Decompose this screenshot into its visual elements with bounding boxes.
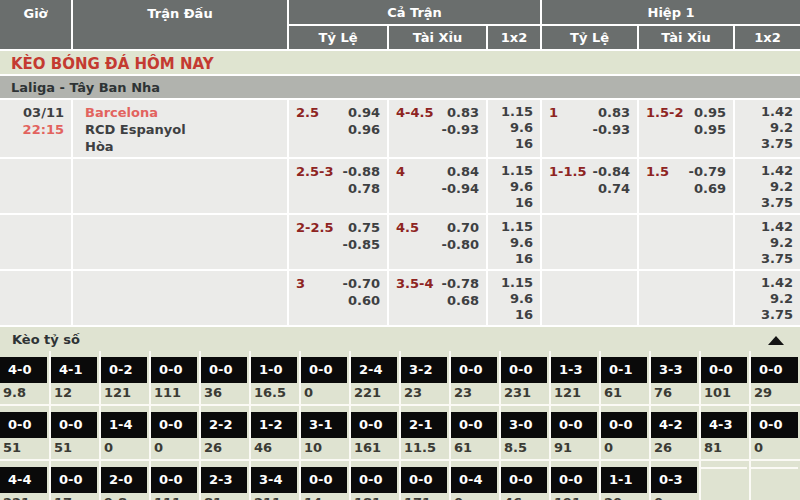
col-header-match: Trận Đấu <box>72 0 288 50</box>
odds-table: 03/1122:15BarcelonaRCD EspanyolHòa2.50.9… <box>0 100 800 327</box>
odds-value: 0.74 <box>593 180 630 197</box>
odds-value: 3.75 <box>742 195 793 211</box>
score-cell: 0-0 <box>501 467 547 493</box>
odds-value: 0.75 <box>343 219 380 236</box>
score-cell: 0-0 <box>301 357 347 383</box>
score-value: 0 <box>100 438 150 460</box>
handicap-value: 1.5 <box>646 163 669 180</box>
odds-cell: 4.50.70-0.80 <box>388 214 487 270</box>
away-team[interactable]: RCD Espanyol <box>85 121 280 138</box>
match-date: 03/11 <box>7 104 64 121</box>
handicap-value: 2.5 <box>296 104 319 121</box>
odds-cell <box>638 270 734 326</box>
score-cell: 1-0 <box>251 357 297 383</box>
score-value <box>700 493 750 500</box>
odds-value: 16 <box>495 195 533 211</box>
score-cell: 2-2 <box>201 412 247 438</box>
col-header-ft-overunder: Tài Xỉu <box>388 25 487 50</box>
score-cell: 0-1 <box>601 357 647 383</box>
score-value: 91 <box>550 438 600 460</box>
score-cell: 2-0 <box>101 467 147 493</box>
odds-value: -0.70 <box>343 275 380 292</box>
handicap-value: 1 <box>549 104 558 121</box>
odds-value: -0.80 <box>442 236 479 253</box>
1x2-cell: 1.429.23.75 <box>734 158 800 214</box>
score-cell: 4-2 <box>651 412 697 438</box>
score-cell: 0-4 <box>451 467 497 493</box>
score-cell: 4-3 <box>701 412 747 438</box>
home-team[interactable]: Barcelona <box>85 104 280 121</box>
odds-value: 0.69 <box>689 180 726 197</box>
odds-value: 1.15 <box>495 275 533 291</box>
score-cell: 4-4 <box>0 467 47 493</box>
odds-value: -0.93 <box>593 121 630 138</box>
score-cell: 0-0 <box>201 357 247 383</box>
correct-score-grid: 4-04-10-20-00-01-00-02-43-20-00-01-30-13… <box>0 351 800 500</box>
odds-cell: 2.5-3-0.880.78 <box>288 158 388 214</box>
odds-value: 3.75 <box>742 136 793 152</box>
odds-value: 0.68 <box>442 292 479 309</box>
handicap-value: 4 <box>396 163 405 180</box>
odds-value: 1.42 <box>742 104 793 120</box>
odds-table-header: Giờ Trận Đấu Cả Trận Hiệp 1 Tỷ Lệ Tài Xỉ… <box>0 0 800 51</box>
score-value-row: 9.8121211113616.502212323231121617610129 <box>0 383 800 405</box>
odds-value: 9.6 <box>495 291 533 307</box>
score-cell: 3-2 <box>401 357 447 383</box>
odds-value: -0.84 <box>593 163 630 180</box>
score-value: 0 <box>650 493 700 500</box>
odds-value: 1.15 <box>495 163 533 179</box>
score-value: 46 <box>500 493 550 500</box>
odds-value: 16 <box>495 251 533 267</box>
col-header-ft-1x2: 1x2 <box>487 25 541 50</box>
handicap-value: 2-2.5 <box>296 219 333 236</box>
score-value: 26 <box>200 438 250 460</box>
odds-value: 0.96 <box>348 121 380 138</box>
score-value: 46 <box>250 438 300 460</box>
score-cell: 0-0 <box>351 412 397 438</box>
score-value: 171 <box>400 493 450 500</box>
score-value: 0 <box>600 438 650 460</box>
score-value: 36 <box>200 383 250 405</box>
odds-value: -0.93 <box>442 121 479 138</box>
score-value: 16.5 <box>250 383 300 405</box>
odds-value: 9.2 <box>742 120 793 136</box>
time-cell <box>0 270 72 326</box>
score-cell: 0-0 <box>151 412 197 438</box>
score-cell: 2-4 <box>351 357 397 383</box>
score-value: 10 <box>300 438 350 460</box>
score-cell: 0-0 <box>751 412 798 438</box>
score-cell: 0-3 <box>651 467 697 493</box>
score-value: 121 <box>100 383 150 405</box>
score-cell: 4-1 <box>51 357 97 383</box>
score-value: 111 <box>150 493 200 500</box>
odds-row: 2-2.50.75-0.854.50.70-0.801.159.6161.429… <box>0 214 800 270</box>
score-value: 8.5 <box>500 438 550 460</box>
odds-cell: 40.84-0.94 <box>388 158 487 214</box>
score-row: 0-00-01-40-02-21-23-10-02-10-03-00-00-04… <box>0 405 800 438</box>
odds-cell <box>541 270 638 326</box>
odds-value: 9.6 <box>495 179 533 195</box>
odds-value: 0.95 <box>694 121 726 138</box>
score-value: 81 <box>700 438 750 460</box>
score-cell: 0-0 <box>751 357 798 383</box>
score-value: 0 <box>450 493 500 500</box>
score-value: 161 <box>350 438 400 460</box>
odds-value: 0.94 <box>348 104 380 121</box>
score-cell: 1-4 <box>101 412 147 438</box>
score-row: 4-40-02-00-02-33-40-00-00-00-40-00-01-10… <box>0 460 800 493</box>
collapse-up-icon[interactable] <box>768 336 784 345</box>
odds-value: -0.88 <box>343 163 380 180</box>
score-cell: 0-0 <box>451 357 497 383</box>
score-value: 211 <box>250 493 300 500</box>
score-value: 51 <box>0 438 50 460</box>
odds-value: 0.84 <box>442 163 479 180</box>
score-cell: 0-2 <box>101 357 147 383</box>
score-cell: 0-0 <box>701 357 747 383</box>
score-value: 11.5 <box>400 438 450 460</box>
time-cell: 03/1122:15 <box>0 100 72 158</box>
score-cell <box>701 467 747 493</box>
odds-value: 1.15 <box>495 104 533 120</box>
odds-value: 9.2 <box>742 235 793 251</box>
score-cell: 4-0 <box>0 357 47 383</box>
score-value: 111 <box>150 383 200 405</box>
